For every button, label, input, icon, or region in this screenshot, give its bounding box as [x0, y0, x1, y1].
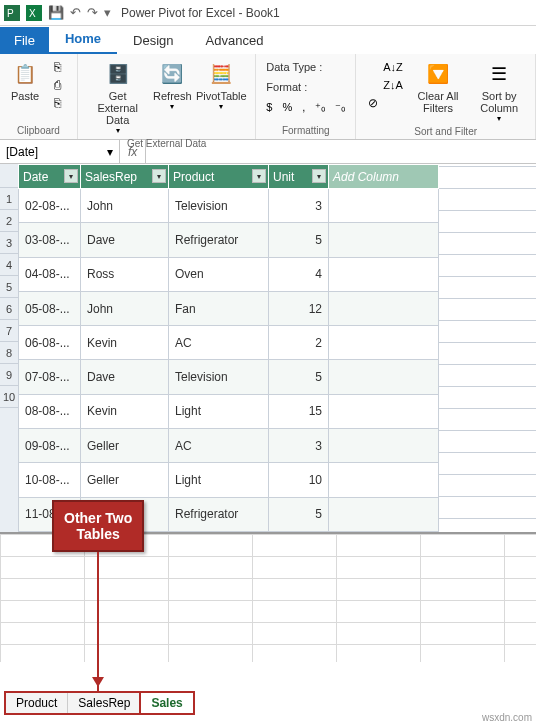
column-header-unit[interactable]: Unit▾: [269, 165, 329, 189]
cell-unit[interactable]: 3: [269, 429, 329, 463]
filter-dropdown-icon[interactable]: ▾: [64, 169, 78, 183]
cell-unit[interactable]: 5: [269, 360, 329, 394]
cell-date[interactable]: 05-08-...: [19, 291, 81, 325]
cell-salesrep[interactable]: Kevin: [81, 326, 169, 360]
table-row[interactable]: 03-08-...DaveRefrigerator5: [19, 223, 439, 257]
cell-date[interactable]: 03-08-...: [19, 223, 81, 257]
column-header-salesrep[interactable]: SalesRep▾: [81, 165, 169, 189]
cell-date[interactable]: 08-08-...: [19, 394, 81, 428]
cell-empty[interactable]: [329, 257, 439, 291]
cell-unit[interactable]: 15: [269, 394, 329, 428]
row-header[interactable]: 4: [0, 254, 18, 276]
filter-dropdown-icon[interactable]: ▾: [312, 169, 326, 183]
tab-design[interactable]: Design: [117, 27, 189, 54]
cell-unit[interactable]: 3: [269, 189, 329, 223]
row-header[interactable]: 9: [0, 364, 18, 386]
row-header[interactable]: 7: [0, 320, 18, 342]
cell-empty[interactable]: [329, 394, 439, 428]
cell-date[interactable]: 10-08-...: [19, 463, 81, 497]
sheet-tab-product[interactable]: Product: [6, 693, 68, 713]
row-header[interactable]: 6: [0, 298, 18, 320]
table-row[interactable]: 10-08-...GellerLight10: [19, 463, 439, 497]
cell-date[interactable]: 07-08-...: [19, 360, 81, 394]
cell-salesrep[interactable]: Ross: [81, 257, 169, 291]
table-row[interactable]: 02-08-...JohnTelevision3: [19, 189, 439, 223]
row-header[interactable]: 8: [0, 342, 18, 364]
cell-salesrep[interactable]: Geller: [81, 463, 169, 497]
cell-unit[interactable]: 4: [269, 257, 329, 291]
add-column-header[interactable]: Add Column: [329, 165, 439, 189]
row-header[interactable]: 10: [0, 386, 18, 408]
row-header[interactable]: 2: [0, 210, 18, 232]
column-header-date[interactable]: Date▾: [19, 165, 81, 189]
cell-empty[interactable]: [329, 360, 439, 394]
cell-unit[interactable]: 5: [269, 223, 329, 257]
cell-product[interactable]: Refrigerator: [169, 497, 269, 531]
filter-dropdown-icon[interactable]: ▾: [152, 169, 166, 183]
sort-asc-button[interactable]: A↓Z: [362, 58, 407, 76]
cell-salesrep[interactable]: Dave: [81, 223, 169, 257]
decimal-dec-button[interactable]: ⁻₀: [331, 98, 349, 116]
cell-unit[interactable]: 10: [269, 463, 329, 497]
cell-product[interactable]: Refrigerator: [169, 223, 269, 257]
sort-by-column-button[interactable]: ☰ Sort by Column ▾: [469, 58, 529, 125]
qat-dropdown-icon[interactable]: ▾: [104, 5, 111, 20]
percent-button[interactable]: %: [278, 98, 296, 116]
cell-empty[interactable]: [329, 223, 439, 257]
cell-empty[interactable]: [329, 463, 439, 497]
fx-label[interactable]: fx: [120, 140, 146, 163]
cell-product[interactable]: AC: [169, 326, 269, 360]
cell-unit[interactable]: 5: [269, 497, 329, 531]
sheet-tab-sales[interactable]: Sales: [139, 691, 194, 715]
cell-product[interactable]: Oven: [169, 257, 269, 291]
paste-append-button[interactable]: ⎙: [46, 76, 71, 94]
cell-date[interactable]: 02-08-...: [19, 189, 81, 223]
cell-unit[interactable]: 2: [269, 326, 329, 360]
clear-sort-button[interactable]: ⊘: [362, 94, 407, 112]
table-row[interactable]: 08-08-...KevinLight15: [19, 394, 439, 428]
currency-button[interactable]: $: [262, 98, 276, 116]
cell-empty[interactable]: [329, 189, 439, 223]
get-external-data-button[interactable]: 🗄️ Get External Data ▾: [84, 58, 151, 137]
cell-product[interactable]: Television: [169, 360, 269, 394]
cell-product[interactable]: Television: [169, 189, 269, 223]
row-header[interactable]: 3: [0, 232, 18, 254]
paste-replace-button[interactable]: ⎘: [46, 94, 71, 112]
cell-empty[interactable]: [329, 326, 439, 360]
datatype-label[interactable]: Data Type :: [262, 58, 349, 76]
format-label[interactable]: Format :: [262, 78, 349, 96]
cell-product[interactable]: Fan: [169, 291, 269, 325]
copy-button[interactable]: ⎘: [46, 58, 71, 76]
cell-empty[interactable]: [329, 291, 439, 325]
tab-home[interactable]: Home: [49, 25, 117, 54]
cell-empty[interactable]: [329, 497, 439, 531]
cell-product[interactable]: Light: [169, 394, 269, 428]
cell-empty[interactable]: [329, 429, 439, 463]
sheet-tab-salesrep[interactable]: SalesRep: [68, 693, 141, 713]
table-row[interactable]: 09-08-...GellerAC3: [19, 429, 439, 463]
cell-unit[interactable]: 12: [269, 291, 329, 325]
undo-icon[interactable]: ↶: [70, 5, 81, 20]
row-header[interactable]: 5: [0, 276, 18, 298]
table-row[interactable]: 06-08-...KevinAC2: [19, 326, 439, 360]
name-box[interactable]: [Date] ▾: [0, 140, 120, 163]
cell-salesrep[interactable]: John: [81, 189, 169, 223]
paste-button[interactable]: 📋 Paste: [6, 58, 44, 104]
cell-salesrep[interactable]: Geller: [81, 429, 169, 463]
cell-salesrep[interactable]: Dave: [81, 360, 169, 394]
comma-button[interactable]: ,: [298, 98, 309, 116]
cell-date[interactable]: 09-08-...: [19, 429, 81, 463]
table-row[interactable]: 04-08-...RossOven4: [19, 257, 439, 291]
cell-salesrep[interactable]: Kevin: [81, 394, 169, 428]
cell-product[interactable]: AC: [169, 429, 269, 463]
decimal-inc-button[interactable]: ⁺₀: [311, 98, 329, 116]
column-header-product[interactable]: Product▾: [169, 165, 269, 189]
save-icon[interactable]: 💾: [48, 5, 64, 20]
cell-product[interactable]: Light: [169, 463, 269, 497]
select-all-cell[interactable]: [0, 164, 18, 188]
chevron-down-icon[interactable]: ▾: [107, 145, 113, 159]
sort-desc-button[interactable]: Z↓A: [362, 76, 407, 94]
table-row[interactable]: 05-08-...JohnFan12: [19, 291, 439, 325]
pivottable-button[interactable]: 🧮 PivotTable ▾: [193, 58, 249, 113]
cell-date[interactable]: 06-08-...: [19, 326, 81, 360]
